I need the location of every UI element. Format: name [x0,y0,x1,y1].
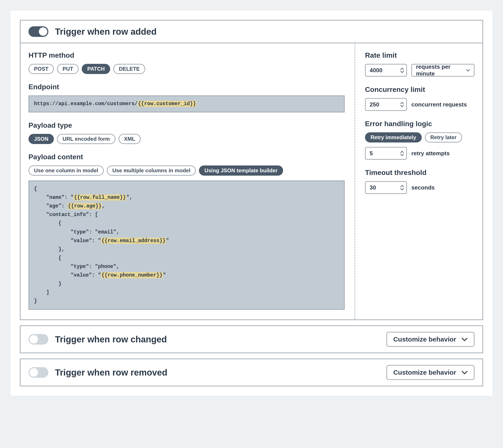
trigger-panel-header-changed: Trigger when row changed Customize behav… [20,326,483,352]
payload-type-label: Payload type [29,121,345,129]
payload-type-option[interactable]: URL encoded form [57,134,115,144]
http-method-option[interactable]: DELETE [113,64,145,74]
http-method-section: HTTP method POSTPUTPATCHDELETE [29,51,345,74]
payload-type-option[interactable]: JSON [29,134,54,144]
retry-attempts-value: 5 [370,150,400,157]
trigger-panel-header-added: Trigger when row added [20,20,483,43]
payload-content-section: Payload content Use one column in modelU… [29,153,345,310]
customize-label: Customize behavior [393,369,456,376]
trigger-title-changed: Trigger when row changed [55,335,380,344]
http-method-option[interactable]: POST [29,64,54,74]
http-method-label: HTTP method [29,51,345,59]
retry-attempts-input[interactable]: 5 [365,147,407,160]
payload-content-option[interactable]: Using JSON template builder [199,165,283,176]
payload-type-section: Payload type JSONURL encoded formXML [29,121,345,144]
retry-attempts-suffix: retry attempts [411,150,450,157]
left-column: HTTP method POSTPUTPATCHDELETE Endpoint … [20,43,354,320]
timeout-section: Timeout threshold 30 seconds [365,169,474,194]
timeout-value: 30 [370,184,400,191]
rate-limit-value: 4000 [370,67,400,74]
toggle-added[interactable] [29,26,48,37]
toggle-removed[interactable] [29,367,48,378]
payload-content-option[interactable]: Use multiple columns in model [107,165,196,176]
settings-card: Trigger when row added HTTP method POSTP… [11,11,492,396]
payload-content-label: Payload content [29,153,345,161]
payload-type-option[interactable]: XML [119,134,141,144]
stepper-icon[interactable] [400,151,404,156]
http-method-option[interactable]: PUT [57,64,79,74]
timeout-label: Timeout threshold [365,169,474,177]
endpoint-section: Endpoint https://api.example.com/custome… [29,83,345,112]
toggle-changed[interactable] [29,334,48,345]
trigger-panel-header-removed: Trigger when row removed Customize behav… [20,359,483,386]
payload-content-option[interactable]: Use one column in model [29,165,104,176]
error-handling-option[interactable]: Retry later [425,132,462,143]
chevron-down-icon [461,370,468,374]
concurrency-label: Concurrency limit [365,85,474,94]
rate-limit-label: Rate limit [365,51,474,59]
rate-limit-section: Rate limit 4000 requests per minute [365,51,474,77]
customize-button-removed[interactable]: Customize behavior [386,365,474,380]
error-handling-option[interactable]: Retry immediately [365,132,422,143]
customize-label: Customize behavior [393,336,456,343]
timeout-input[interactable]: 30 [365,181,407,194]
trigger-body-added: HTTP method POSTPUTPATCHDELETE Endpoint … [20,43,483,320]
rate-limit-unit: requests per minute [416,64,462,77]
stepper-icon[interactable] [400,68,404,73]
concurrency-input[interactable]: 250 [365,98,407,111]
endpoint-input[interactable]: https://api.example.com/customers/{{row.… [29,96,345,112]
error-handling-section: Error handling logic Retry immediatelyRe… [365,120,474,160]
error-handling-options: Retry immediatelyRetry later [365,132,474,143]
stepper-icon[interactable] [400,185,404,191]
trigger-panel-changed: Trigger when row changed Customize behav… [20,325,483,353]
concurrency-section: Concurrency limit 250 concurrent request… [365,85,474,111]
right-column: Rate limit 4000 requests per minute [354,43,483,320]
trigger-title-added: Trigger when row added [55,27,474,37]
error-handling-label: Error handling logic [365,120,474,128]
trigger-title-removed: Trigger when row removed [55,368,380,378]
rate-limit-unit-select[interactable]: requests per minute [411,64,474,77]
payload-content-options: Use one column in modelUse multiple colu… [29,165,345,176]
stepper-icon[interactable] [400,102,404,107]
payload-type-options: JSONURL encoded formXML [29,134,345,144]
chevron-down-icon [461,337,468,341]
concurrency-value: 250 [370,101,400,108]
http-method-options: POSTPUTPATCHDELETE [29,64,345,74]
trigger-panel-removed: Trigger when row removed Customize behav… [20,359,483,386]
chevron-down-icon [466,69,470,72]
payload-json-editor[interactable]: { "name": "{{row.full_name}}", "age": {{… [29,180,345,310]
timeout-suffix: seconds [411,184,435,191]
rate-limit-input[interactable]: 4000 [365,64,407,77]
trigger-panel-added: Trigger when row added HTTP method POSTP… [20,20,483,320]
endpoint-label: Endpoint [29,83,345,91]
concurrency-suffix: concurrent requests [411,101,467,108]
http-method-option[interactable]: PATCH [82,64,110,74]
customize-button-changed[interactable]: Customize behavior [386,332,474,347]
